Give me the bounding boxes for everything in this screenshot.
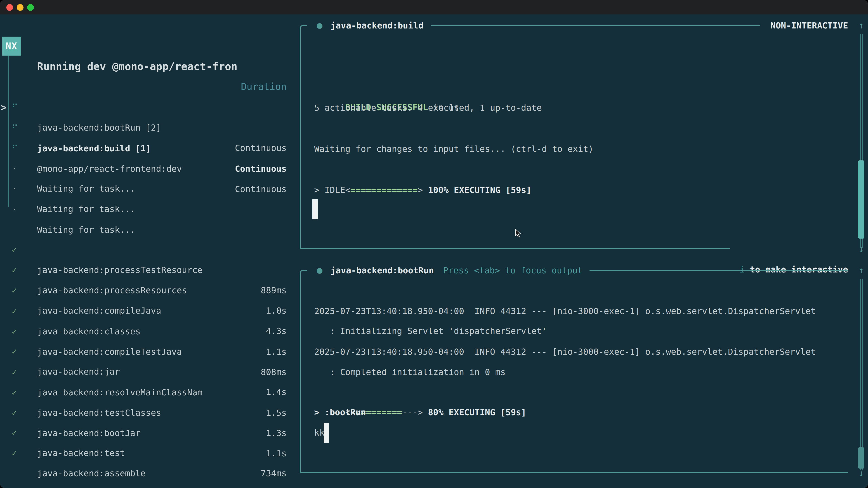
bootrun-pane-border-left bbox=[300, 276, 301, 472]
nx-terminal-app: NX Running dev @mono-app/react-fron Dura… bbox=[0, 0, 868, 488]
task-name: java-backend:test bbox=[37, 443, 125, 463]
completed-task-row[interactable]: ✓ java-backend:processResources 1.0s bbox=[0, 239, 294, 260]
progress-fill: ======== bbox=[361, 407, 402, 417]
bootrun-pane-status-dot: ● bbox=[315, 260, 324, 281]
page-title: Running dev @mono-app/react-fron bbox=[37, 56, 237, 76]
typed-input-text[interactable]: kk bbox=[314, 422, 324, 443]
window-titlebar[interactable] bbox=[0, 0, 868, 14]
progress-right-bracket: ---> bbox=[402, 407, 423, 417]
completed-task-row[interactable]: ✓ java-backend:bootJar 1.1s bbox=[0, 382, 294, 402]
mouse-cursor bbox=[515, 229, 521, 238]
progress-label: 80% EXECUTING [59s] bbox=[423, 407, 526, 417]
pager: ← 1/2 → bbox=[8, 463, 75, 483]
bootrun-pane-border-corner bbox=[300, 270, 307, 277]
completed-task-row[interactable]: ✓ java-backend:assemble 774ms bbox=[0, 422, 294, 443]
build-progress-bar: <=============> 100% EXECUTING [59s] bbox=[314, 159, 531, 180]
log-line: : Initializing Servlet 'dispatcherServle… bbox=[314, 321, 547, 341]
completed-task-row[interactable]: ✓ java-backend:compileJava 4.3s bbox=[0, 260, 294, 280]
completed-task-row[interactable]: ✓ java-backend:testClasses 1.3s bbox=[0, 362, 294, 382]
build-pane-border-left bbox=[300, 32, 301, 249]
sidebar-header: Running dev @mono-app/react-fron Duratio… bbox=[0, 36, 294, 56]
waiting-for-changes-line: Waiting for changes to input files... (c… bbox=[314, 138, 593, 159]
minimize-button[interactable] bbox=[17, 4, 24, 11]
progress-fill: ============= bbox=[350, 185, 417, 195]
completed-task-row[interactable]: ✓ java-backend:processTestResource 889ms bbox=[0, 219, 294, 239]
build-result-line: BUILD SUCCESSFUL in 1s bbox=[314, 76, 459, 97]
bootrun-pane-header-rule bbox=[590, 270, 848, 271]
task-row[interactable]: ⠋ java-backend:bootRun [2] Continuous bbox=[0, 76, 294, 97]
terminal-block-cursor bbox=[312, 199, 318, 219]
build-pane-status-dot: ● bbox=[315, 15, 324, 35]
waiting-task-row: · Waiting for task... bbox=[0, 179, 294, 199]
completed-task-row[interactable]: ✓ java-backend:classes 1.1s bbox=[0, 281, 294, 301]
task-row[interactable]: ⠋ @mono-app/react-frontend:dev Continuou… bbox=[0, 118, 294, 138]
bootrun-pane-scrollbar-track[interactable] bbox=[860, 279, 863, 470]
scroll-up-icon[interactable]: ↑ bbox=[856, 260, 867, 281]
completed-task-row[interactable]: ✓ java-backend:resolveMainClassNam 1.5s bbox=[0, 341, 294, 362]
make-interactive-hint: i to make interactive bbox=[678, 239, 848, 259]
build-pane-border-corner bbox=[300, 25, 307, 32]
log-line: 2025-07-23T13:40:18.950-04:00 INFO 44312… bbox=[314, 341, 816, 362]
terminal-block-cursor bbox=[324, 423, 329, 443]
focus-output-hint: Press <tab> to focus output bbox=[443, 260, 583, 281]
non-interactive-badge: NON-INTERACTIVE bbox=[723, 15, 848, 35]
task-row-selected[interactable]: ⠋ java-backend:build [1] Continuous bbox=[0, 97, 294, 118]
scroll-down-icon[interactable]: ↓ bbox=[856, 463, 867, 483]
log-line: : Completed initialization in 0 ms bbox=[314, 362, 506, 382]
waiting-task-row: · Waiting for task... bbox=[0, 138, 294, 158]
completed-task-row[interactable]: ✓ java-backend:test 734ms bbox=[0, 402, 294, 422]
close-button[interactable] bbox=[6, 4, 13, 11]
keyboard-hints: quit: q help: ? bbox=[135, 463, 294, 483]
bootrun-pane-title: java-backend:bootRun bbox=[331, 260, 434, 281]
task-name: Waiting for task... bbox=[37, 199, 135, 219]
log-line: 2025-07-23T13:40:18.950-04:00 INFO 44312… bbox=[314, 301, 816, 321]
waiting-task-row: · Waiting for task... bbox=[0, 158, 294, 178]
bootrun-pane-border-bottom bbox=[300, 472, 848, 473]
build-pane-header-rule bbox=[431, 25, 760, 26]
scroll-down-icon[interactable]: ↓ bbox=[856, 239, 867, 259]
scroll-up-icon[interactable]: ↑ bbox=[856, 15, 867, 35]
idle-status-line: > IDLE bbox=[314, 180, 345, 200]
build-pane-title: java-backend:build bbox=[331, 15, 424, 35]
interactive-key: i bbox=[740, 264, 745, 274]
bootrun-progress-bar: <<<========---> 80% EXECUTING [59s] bbox=[314, 382, 526, 402]
build-pane-border-bottom bbox=[300, 248, 730, 249]
task-summary-line: 5 actionable tasks: 4 executed, 1 up-to-… bbox=[314, 97, 542, 118]
bootrun-prompt-line: > :bootRun bbox=[314, 402, 366, 422]
zoom-button[interactable] bbox=[27, 4, 34, 11]
terminal-window: NX Running dev @mono-app/react-fron Dura… bbox=[0, 0, 868, 488]
progress-label: 100% EXECUTING [59s] bbox=[423, 185, 531, 195]
completed-task-row[interactable]: ✓ java-backend:compileTestJava 808ms bbox=[0, 301, 294, 321]
pending-dot-icon: · bbox=[12, 199, 17, 219]
completed-task-row[interactable]: ✓ java-backend:jar 1.4s bbox=[0, 321, 294, 341]
build-pane-scrollbar-thumb[interactable] bbox=[858, 160, 864, 238]
progress-left-bracket: < bbox=[345, 185, 350, 195]
interactive-hint-text: to make interactive bbox=[745, 264, 848, 274]
progress-right-bracket: > bbox=[418, 185, 423, 195]
check-icon: ✓ bbox=[12, 443, 17, 463]
task-duration: 1.1s bbox=[266, 443, 287, 463]
